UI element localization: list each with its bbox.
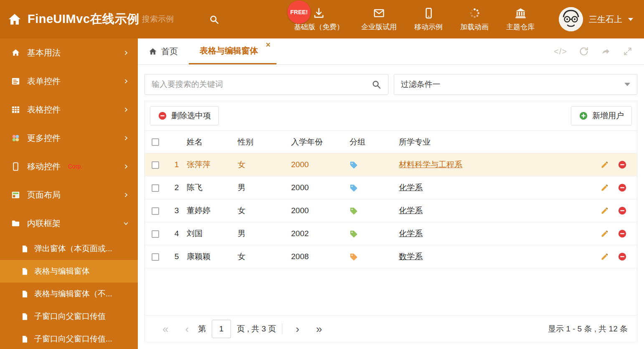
search-icon[interactable] bbox=[209, 14, 219, 25]
sidebar-item-inline-frame[interactable]: 内联框架 bbox=[0, 209, 138, 237]
avatar[interactable] bbox=[559, 7, 583, 31]
tab-label: 表格与编辑窗体 bbox=[200, 45, 258, 56]
row-checkbox[interactable] bbox=[152, 207, 159, 215]
prev-page-button[interactable]: ‹ bbox=[177, 324, 197, 334]
row-index: 4 bbox=[167, 222, 187, 245]
grid-empty-space bbox=[145, 268, 637, 315]
edit-icon[interactable] bbox=[601, 160, 609, 169]
button-label: 新增用户 bbox=[592, 110, 624, 121]
delete-row-icon[interactable] bbox=[618, 183, 627, 192]
search-icon[interactable] bbox=[371, 79, 381, 89]
nav-item-loading-animation[interactable]: 加载动画 bbox=[451, 7, 497, 32]
delete-row-icon[interactable] bbox=[618, 206, 627, 215]
close-icon[interactable] bbox=[266, 42, 271, 47]
major-link[interactable]: 化学系 bbox=[399, 183, 423, 192]
phone-icon bbox=[11, 162, 20, 171]
delete-row-icon[interactable] bbox=[618, 160, 627, 169]
major-link[interactable]: 化学系 bbox=[399, 229, 423, 238]
select-all-checkbox[interactable] bbox=[152, 138, 159, 146]
major-link[interactable]: 材料科学与工程系 bbox=[399, 160, 462, 169]
row-checkbox[interactable] bbox=[152, 253, 159, 261]
add-user-button[interactable]: 新增用户 bbox=[571, 106, 632, 125]
row-checkbox[interactable] bbox=[152, 184, 159, 192]
first-page-button[interactable]: « bbox=[154, 324, 177, 334]
users-table: 姓名 性别 入学年份 分组 所学专业 1 张萍萍 bbox=[145, 130, 637, 268]
tab-home[interactable]: 首页 bbox=[138, 38, 189, 64]
edit-icon[interactable] bbox=[601, 183, 609, 192]
next-page-button[interactable]: › bbox=[287, 324, 308, 334]
edit-icon[interactable] bbox=[601, 252, 609, 261]
delete-row-icon[interactable] bbox=[618, 229, 627, 238]
tab-label: 首页 bbox=[161, 46, 178, 57]
row-index: 3 bbox=[167, 199, 187, 222]
cell-year: 2002 bbox=[291, 222, 350, 245]
keyword-search-input[interactable] bbox=[152, 80, 371, 89]
sidebar-item-page-layout[interactable]: 页面布局 bbox=[0, 181, 138, 209]
sidebar-item-label: 表单控件 bbox=[27, 76, 61, 87]
sidebar-subitem-child-to-parent-2[interactable]: 子窗口向父窗口传值... bbox=[0, 328, 138, 349]
cell-gender: 女 bbox=[238, 199, 291, 222]
row-checkbox[interactable] bbox=[152, 161, 159, 169]
nav-label: 主题仓库 bbox=[506, 22, 535, 32]
home-tab-icon bbox=[149, 47, 157, 56]
nav-item-enterprise-trial[interactable]: 企业版试用 bbox=[352, 7, 406, 32]
fullscreen-icon[interactable] bbox=[623, 47, 632, 56]
tag-icon bbox=[350, 207, 358, 215]
brand: FineUIMvc在线示例 bbox=[0, 11, 138, 28]
main-content: 首页 表格与编辑窗体 </> bbox=[138, 38, 644, 349]
username: 三生石上 bbox=[589, 14, 622, 25]
sidebar-subitem-label: 表格与编辑窗体（不... bbox=[34, 288, 112, 299]
cell-year: 2008 bbox=[291, 245, 350, 268]
bank-icon bbox=[515, 7, 527, 19]
app-title: FineUIMvc在线示例 bbox=[28, 11, 139, 28]
sidebar-subitem-label: 表格与编辑窗体 bbox=[34, 266, 90, 277]
tab-grid-edit-window[interactable]: 表格与编辑窗体 bbox=[189, 38, 276, 64]
sidebar-item-mobile-controls[interactable]: 移动控件 Corp. bbox=[0, 152, 138, 181]
sidebar-subitem-grid-edit-window[interactable]: 表格与编辑窗体 bbox=[0, 260, 138, 283]
sidebar-item-label: 表格控件 bbox=[27, 104, 61, 115]
chevron-right-icon bbox=[123, 135, 129, 141]
file-icon bbox=[21, 245, 29, 253]
minus-circle-icon bbox=[158, 111, 167, 120]
chevron-down-icon bbox=[123, 221, 129, 226]
delete-row-icon[interactable] bbox=[618, 252, 627, 261]
tab-bar: 首页 表格与编辑窗体 </> bbox=[138, 38, 644, 65]
sidebar-subitem-child-to-parent[interactable]: 子窗口向父窗口传值 bbox=[0, 305, 138, 328]
sidebar-item-table-controls[interactable]: 表格控件 bbox=[0, 95, 138, 124]
page-number-input[interactable] bbox=[212, 320, 231, 338]
row-index: 1 bbox=[167, 153, 187, 176]
delete-selected-button[interactable]: 删除选中项 bbox=[150, 106, 219, 125]
nav-label: 加载动画 bbox=[460, 22, 489, 32]
sidebar-subitem-grid-edit-window-no[interactable]: 表格与编辑窗体（不... bbox=[0, 283, 138, 305]
major-link[interactable]: 化学系 bbox=[399, 206, 423, 215]
col-name: 姓名 bbox=[187, 131, 238, 153]
table-row: 1 张萍萍 女 2000 材料科学与工程系 bbox=[145, 153, 637, 176]
source-code-icon[interactable]: </> bbox=[554, 47, 567, 56]
sidebar-item-label: 内联框架 bbox=[27, 218, 61, 229]
file-icon bbox=[21, 335, 29, 343]
sidebar: 基本用法 表单控件 表格控件 更多控件 移动控件 Corp. bbox=[0, 38, 138, 349]
user-menu[interactable]: 三生石上 bbox=[559, 7, 644, 31]
edit-icon[interactable] bbox=[601, 206, 609, 215]
sidebar-subitem-popup-window[interactable]: 弹出窗体（本页面或... bbox=[0, 237, 138, 260]
tag-icon bbox=[350, 253, 358, 261]
last-page-button[interactable]: » bbox=[308, 324, 330, 334]
sidebar-item-more-controls[interactable]: 更多控件 bbox=[0, 124, 138, 152]
filter-dropdown[interactable]: 过滤条件一 bbox=[394, 74, 638, 95]
sidebar-item-basic-usage[interactable]: 基本用法 bbox=[0, 38, 138, 67]
nav-item-mobile-demo[interactable]: 移动示例 bbox=[406, 7, 451, 32]
cell-gender: 女 bbox=[238, 153, 291, 176]
spinner-icon bbox=[469, 7, 481, 19]
edit-icon[interactable] bbox=[601, 229, 609, 238]
sidebar-item-form-controls[interactable]: 表单控件 bbox=[0, 67, 138, 95]
refresh-icon[interactable] bbox=[579, 46, 589, 56]
top-search-input[interactable] bbox=[142, 15, 205, 24]
nav-item-theme-repo[interactable]: 主题仓库 bbox=[497, 7, 543, 32]
cell-gender: 男 bbox=[238, 176, 291, 199]
more-controls-icon bbox=[11, 133, 20, 143]
major-link[interactable]: 数学系 bbox=[399, 252, 423, 261]
home-logo-icon[interactable] bbox=[8, 12, 22, 26]
row-checkbox[interactable] bbox=[152, 230, 159, 238]
open-new-window-icon[interactable] bbox=[601, 47, 611, 56]
file-icon bbox=[21, 267, 29, 275]
